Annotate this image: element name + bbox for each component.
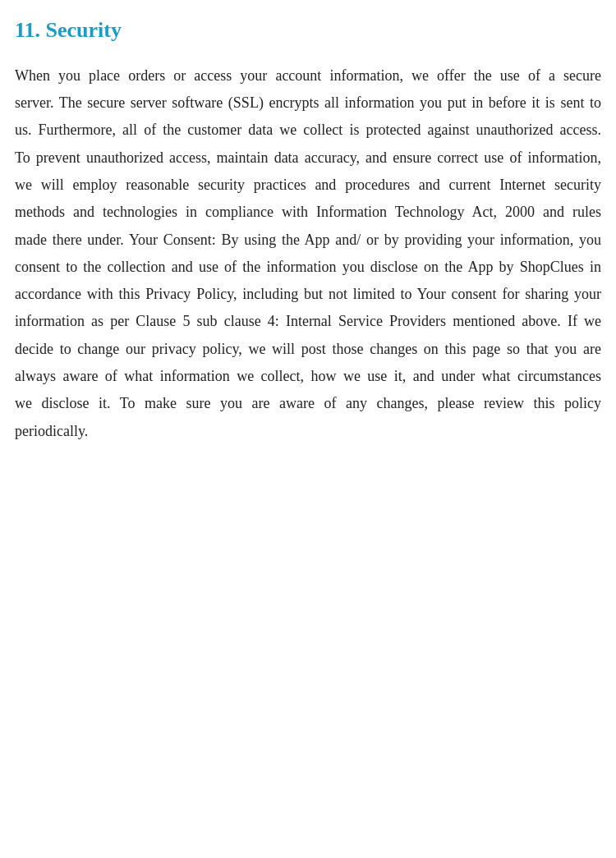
section-title: 11. Security: [15, 16, 601, 44]
section-body-text: When you place orders or access your acc…: [15, 62, 601, 445]
